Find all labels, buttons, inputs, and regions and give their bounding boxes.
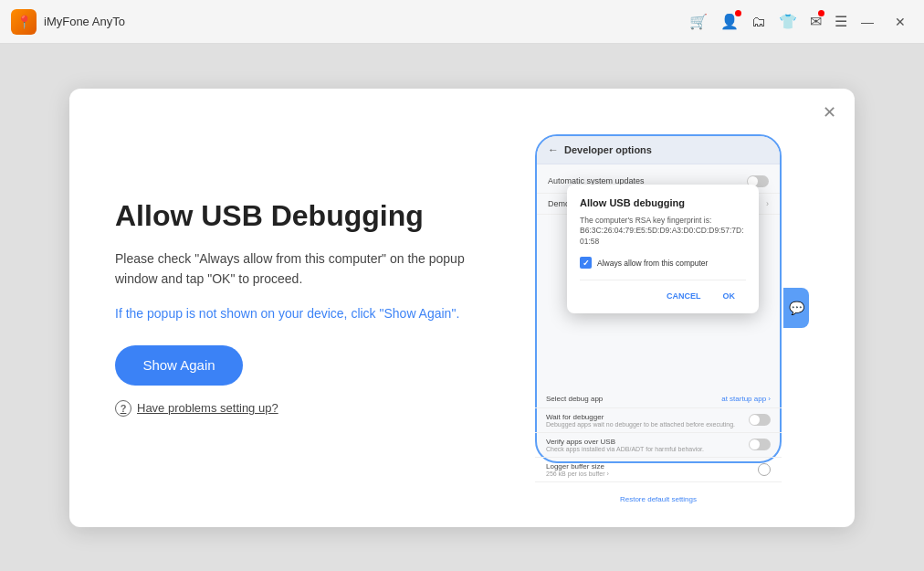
phone-row-verify-apps: Verify apps over USB Check apps installe… <box>535 433 782 458</box>
modal-hint: If the popup is not shown on your device… <box>115 304 480 323</box>
wait-debugger-toggle <box>749 414 771 426</box>
phone-illustration: ← Developer options Automatic system upd… <box>517 134 809 481</box>
help-link-label: Have problems setting up? <box>137 401 278 415</box>
close-button[interactable]: ✕ <box>887 9 913 35</box>
back-arrow-icon: ← <box>548 143 559 156</box>
window-controls: — ✕ <box>855 9 913 35</box>
restore-default-label: Restore default settings <box>557 495 760 503</box>
mail-icon[interactable]: ✉ <box>810 13 822 30</box>
menu-icon[interactable]: ☰ <box>835 13 847 30</box>
select-debug-label: Select debug app <box>546 395 603 403</box>
show-again-button[interactable]: Show Again <box>115 345 243 386</box>
usb-dialog-buttons: CANCEL OK <box>580 280 746 304</box>
modal-description: Please check "Always allow from this com… <box>115 248 480 290</box>
usb-cancel-button[interactable]: CANCEL <box>656 288 712 304</box>
usb-debugging-dialog: Allow USB debugging The computer's RSA k… <box>567 185 759 314</box>
phone-row-logger: Logger buffer size 256 kB per ios buffer… <box>535 458 782 482</box>
modal-card: ✕ Allow USB Debugging Please check "Alwa… <box>69 89 855 527</box>
phone-row-wait-debugger: Wait for debugger Debugged apps wait no … <box>535 408 782 433</box>
shirt-icon[interactable]: 👕 <box>779 13 797 30</box>
logger-icon <box>758 463 771 476</box>
app-title: iMyFone AnyTo <box>44 15 689 28</box>
wait-debugger-sublabel: Debugged apps wait no debugger to be att… <box>546 421 743 428</box>
modal-title: Allow USB Debugging <box>115 198 480 233</box>
phone-screen-title: Developer options <box>564 144 652 155</box>
phone-side-tab: 💬 <box>783 288 809 328</box>
select-debug-arrow: at startup app › <box>721 395 771 403</box>
usb-checkbox-row: Always allow from this computer <box>580 257 746 269</box>
phone-bottom-rows: Select debug app at startup app › Wait f… <box>535 390 782 516</box>
titlebar: 📍 iMyFone AnyTo 🛒 👤 🗂 👕 ✉ ☰ — ✕ <box>0 0 924 44</box>
usb-dialog-title: Allow USB debugging <box>580 197 746 208</box>
modal-close-button[interactable]: ✕ <box>818 101 840 123</box>
cart-icon[interactable]: 🛒 <box>689 13 708 30</box>
phone-header: ← Developer options <box>537 136 780 164</box>
phone-side-tab-icon: 💬 <box>789 301 804 315</box>
restore-settings-row: Restore default settings <box>535 482 782 516</box>
box-icon[interactable]: 🗂 <box>751 14 766 30</box>
verify-apps-label: Verify apps over USB <box>546 438 743 446</box>
logger-label: Logger buffer size <box>546 462 758 471</box>
minimize-button[interactable]: — <box>855 9 880 35</box>
logger-sublabel: 256 kB per ios buffer › <box>546 471 758 477</box>
always-allow-checkbox[interactable] <box>580 257 592 269</box>
app-logo-icon: 📍 <box>11 9 37 35</box>
help-link[interactable]: ? Have problems setting up? <box>115 400 278 417</box>
titlebar-icons: 🛒 👤 🗂 👕 ✉ ☰ <box>689 13 847 30</box>
help-icon: ? <box>115 400 131 417</box>
usb-ok-button[interactable]: OK <box>712 288 747 304</box>
wait-debugger-label: Wait for debugger <box>546 413 743 421</box>
usb-dialog-body: The computer's RSA key fingerprint is:B6… <box>580 216 746 248</box>
phone-row-select-debug: Select debug app at startup app › <box>535 390 782 408</box>
always-allow-label: Always allow from this computer <box>597 259 708 268</box>
verify-apps-sublabel: Check apps installed via ADB/ADT for har… <box>546 446 743 452</box>
user-icon[interactable]: 👤 <box>720 13 739 30</box>
demo-mode-arrow: › <box>766 199 769 208</box>
verify-apps-toggle <box>749 439 771 450</box>
main-content: ✕ Allow USB Debugging Please check "Alwa… <box>0 44 924 571</box>
modal-left-panel: Allow USB Debugging Please check "Always… <box>115 198 480 416</box>
